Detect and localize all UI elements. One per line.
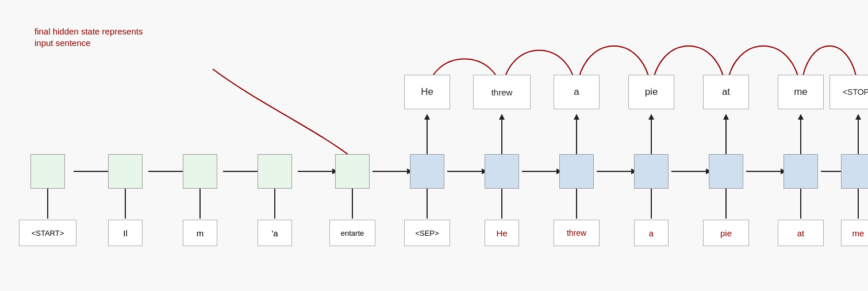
decoder-node-4 xyxy=(709,154,743,189)
decoder-node-0 xyxy=(410,154,444,189)
svg-marker-37 xyxy=(499,114,505,120)
output-6: <STOP> xyxy=(829,75,868,109)
decoder-input-0: He xyxy=(485,220,519,246)
svg-marker-45 xyxy=(798,114,804,120)
output-5: me xyxy=(778,75,824,109)
svg-marker-47 xyxy=(855,114,861,120)
decoder-input-4: at xyxy=(778,220,824,246)
encoder-input-0: <START> xyxy=(19,220,76,246)
decoder-input-3: pie xyxy=(703,220,749,246)
decoder-node-3 xyxy=(634,154,669,189)
decoder-input-1: threw xyxy=(554,220,600,246)
decoder-node-2 xyxy=(559,154,594,189)
output-1: threw xyxy=(473,75,531,109)
decoder-node-6 xyxy=(841,154,868,189)
encoder-input-5: <SEP> xyxy=(404,220,450,246)
decoder-node-5 xyxy=(783,154,818,189)
encoder-node-2 xyxy=(183,154,217,189)
decoder-node-1 xyxy=(485,154,519,189)
svg-marker-43 xyxy=(723,114,729,120)
encoder-input-1: Il xyxy=(108,220,143,246)
decoder-input-2: a xyxy=(634,220,669,246)
encoder-input-4: entarte xyxy=(329,220,375,246)
annotation-line2: input sentence xyxy=(34,37,143,49)
svg-marker-41 xyxy=(648,114,654,120)
encoder-node-1 xyxy=(108,154,143,189)
svg-marker-39 xyxy=(574,114,579,120)
output-2: a xyxy=(554,75,600,109)
encoder-node-0 xyxy=(30,154,65,189)
encoder-input-3: 'a xyxy=(258,220,292,246)
output-3: pie xyxy=(628,75,674,109)
encoder-input-2: m xyxy=(183,220,217,246)
encoder-node-3 xyxy=(258,154,292,189)
annotation-text: final hidden state represents input sent… xyxy=(34,26,143,48)
output-0: He xyxy=(404,75,450,109)
encoder-node-4 xyxy=(335,154,370,189)
decoder-input-5: me xyxy=(841,220,868,246)
annotation-line1: final hidden state represents xyxy=(34,26,143,37)
output-4: at xyxy=(703,75,749,109)
svg-marker-35 xyxy=(424,114,430,120)
